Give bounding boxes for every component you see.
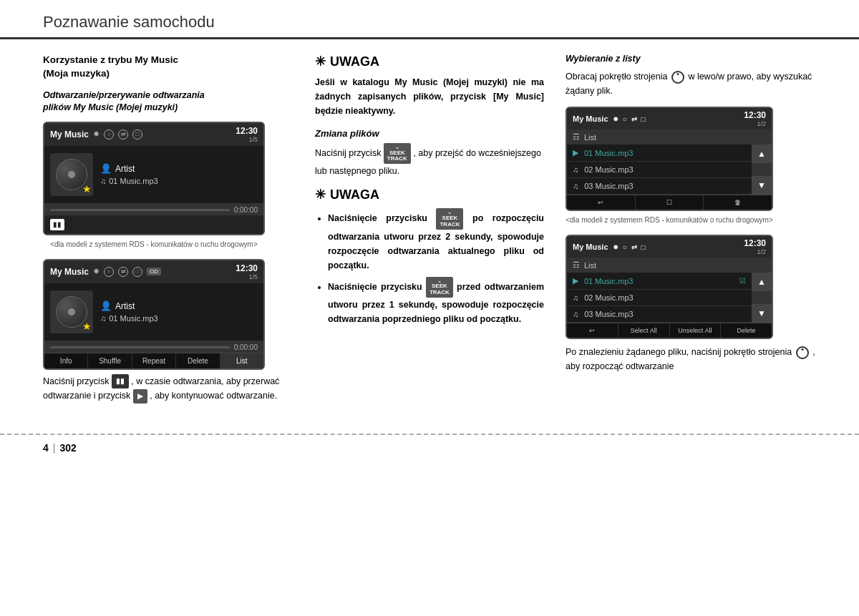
list-screen-2: My Music ✸ ○ ⇄ □ 12:30 1/2 ☶ List ▶: [566, 235, 773, 339]
list-header-label-2: List: [584, 261, 596, 270]
list-header-icon-2: ☶: [573, 260, 580, 270]
uwaga-box-1: ✳ UWAGA Jeśli w katalogu My Music (Mojej…: [315, 54, 544, 118]
elapsed-2: 0:00:00: [234, 343, 258, 351]
page-subnumber: 302: [59, 442, 76, 454]
btn-delete[interactable]: Delete: [176, 353, 220, 368]
list-tracknum-1: 1/2: [744, 120, 766, 127]
list-back-btn-1[interactable]: ↩: [567, 195, 636, 210]
btn-list[interactable]: List: [220, 353, 263, 368]
list-topbar-right-1: 12:30 1/2: [744, 110, 766, 127]
list-check-btn-1[interactable]: ☐: [636, 195, 704, 210]
delete-btn[interactable]: Delete: [721, 323, 772, 338]
list-title-1: My Music: [573, 114, 608, 123]
star-icon-2: ✳: [315, 187, 326, 202]
player-time-1: 12:30: [236, 126, 258, 136]
list-conn-icon-1: ⇄: [631, 115, 637, 123]
uwaga-list-item-2: Naciśnięcie przycisku ⌄ SEEK TRACK przed…: [328, 277, 544, 326]
uwaga-title-1: ✳ UWAGA: [315, 54, 544, 69]
list-bottom-bar-1: ↩ ☐ 🗑: [567, 195, 772, 210]
tuning-knob-icon-1: [671, 71, 684, 84]
body-text-right: Po znalezieniu żądanego pliku, naciśnij …: [566, 345, 816, 373]
connection-icon-2: ⇄: [118, 267, 128, 277]
list-scroll-1: ▲ ▼: [752, 145, 772, 195]
note-icon-list-2: ♫: [573, 182, 578, 190]
left-column: Korzystanie z trybu My Music(Moja muzyka…: [43, 54, 315, 412]
album-art-1: ★: [50, 153, 93, 196]
player-artist-2: 👤 Artist: [100, 300, 258, 311]
list-screen-1: My Music ✸ ○ ⇄ □ 12:30 1/2 ☶ List ▶: [566, 107, 773, 211]
player-info-1: 👤 Artist ♫ 01 Music.mp3: [100, 163, 258, 185]
list-trash-btn-1[interactable]: 🗑: [704, 195, 772, 210]
scroll-down-2[interactable]: ▼: [752, 304, 772, 323]
note-icon-2: ♫: [100, 314, 106, 323]
list-item-1-2[interactable]: ♫ 02 Music.mp3: [567, 162, 752, 178]
player-topbar-left-1: My Music ✸ ○ ⇄ □: [50, 129, 142, 140]
player-tracknum-2: 1/5: [236, 273, 258, 280]
scroll-down-1[interactable]: ▼: [752, 176, 772, 195]
source-icon-2: ○: [104, 267, 114, 277]
list-with-scroll-2: ▶ 01 Music.mp3 ☑ ♫ 02 Music.mp3 ♫ 03 Mus…: [567, 273, 772, 323]
zmiana-title: Zmiana plików: [315, 128, 544, 139]
player-info-2: 👤 Artist ♫ 01 Music.mp3: [100, 300, 258, 323]
scroll-up-2[interactable]: ▲: [752, 273, 772, 291]
wybieranie-title: Wybieranie z listy: [566, 54, 816, 64]
person-icon-1: 👤: [100, 163, 112, 174]
battery-icon-1: □: [132, 129, 142, 140]
play-inline-btn: ▶: [133, 389, 147, 404]
list-time-1: 12:30: [744, 110, 766, 120]
bluetooth-icon-2: ✸: [93, 267, 100, 276]
source-icon-1: ○: [104, 129, 114, 140]
page-footer: 4 | 302: [0, 434, 859, 461]
list-tracknum-2: 1/2: [744, 248, 766, 255]
list-back-btn-2[interactable]: ↩: [567, 323, 618, 338]
caption-right-1: <dla modeli z systemem RDS - komunikatów…: [566, 215, 773, 225]
knob-dot-2: [801, 348, 803, 351]
list-conn-icon-2: ⇄: [631, 243, 637, 251]
list-header-2: ☶ List: [567, 258, 772, 273]
btn-info[interactable]: Info: [44, 353, 88, 368]
connection-icon-1: ⇄: [118, 129, 128, 140]
list-item-2-1[interactable]: ▶ 01 Music.mp3 ☑: [567, 273, 752, 290]
battery-icon-2: □: [132, 267, 142, 277]
list-item-2-2[interactable]: ♫ 02 Music.mp3: [567, 290, 752, 306]
controls-bar-1: ▮▮: [44, 215, 263, 234]
progress-track-2: [50, 346, 230, 348]
check-mark-1: ☑: [739, 277, 746, 285]
note-icon-list-4: ♫: [573, 310, 578, 318]
progress-track-1: [50, 209, 230, 211]
bluetooth-icon-1: ✸: [93, 129, 100, 139]
person-icon-2: 👤: [100, 300, 112, 311]
seek-track-btn-3: ⌄ SEEK TRACK: [426, 277, 453, 298]
player-topbar-left-2: My Music ✸ ○ ⇄ □ OD: [50, 267, 161, 277]
list-header-icon-1: ☶: [573, 132, 580, 142]
caption-1: <dla modeli z systemem RDS - komunikatów…: [43, 240, 265, 249]
list-item-1-3[interactable]: ♫ 03 Music.mp3: [567, 178, 752, 195]
player-body-2: ★ 👤 Artist ♫ 01 Music.mp3: [44, 283, 263, 341]
list-topbar-1: My Music ✸ ○ ⇄ □ 12:30 1/2: [567, 108, 772, 129]
pause-btn-1[interactable]: ▮▮: [50, 219, 64, 230]
zmiana-text: Naciśnij przycisk ⌄ SEEK TRACK , aby prz…: [315, 143, 544, 178]
star-icon-1: ✳: [315, 54, 326, 69]
list-topbar-left-1: My Music ✸ ○ ⇄ □: [573, 114, 646, 123]
btn-repeat[interactable]: Repeat: [132, 353, 176, 368]
list-items-area-2: ▶ 01 Music.mp3 ☑ ♫ 02 Music.mp3 ♫ 03 Mus…: [567, 273, 752, 323]
player-song-1: ♫ 01 Music.mp3: [100, 177, 258, 185]
player-title-2: My Music: [50, 267, 89, 277]
progress-bar-2: 0:00:00: [44, 341, 263, 353]
unselect-all-btn[interactable]: Unselect All: [670, 323, 722, 338]
list-item-2-3[interactable]: ♫ 03 Music.mp3: [567, 306, 752, 323]
player-screen-1: My Music ✸ ○ ⇄ □ 12:30 1/5 ★: [43, 122, 265, 235]
player-time-2: 12:30: [236, 263, 258, 273]
list-header-label-1: List: [584, 133, 596, 142]
list-item-1-1[interactable]: ▶ 01 Music.mp3: [567, 145, 752, 162]
list-bt-icon-2: ✸: [613, 243, 618, 251]
elapsed-1: 0:00:00: [234, 206, 258, 214]
play-icon-1: ▶: [573, 148, 578, 157]
section-title-left: Korzystanie z trybu My Music(Moja muzyka…: [43, 54, 301, 81]
btn-shuffle[interactable]: Shuffle: [88, 353, 132, 368]
scroll-up-1[interactable]: ▲: [752, 145, 772, 163]
section-subtitle-left: Odtwarzanie/przerywanie odtwarzaniaplikó…: [43, 89, 301, 114]
select-all-btn[interactable]: Select All: [618, 323, 670, 338]
note-icon-1: ♫: [100, 177, 106, 185]
bottom-bar-2: Info Shuffle Repeat Delete List: [44, 353, 263, 368]
